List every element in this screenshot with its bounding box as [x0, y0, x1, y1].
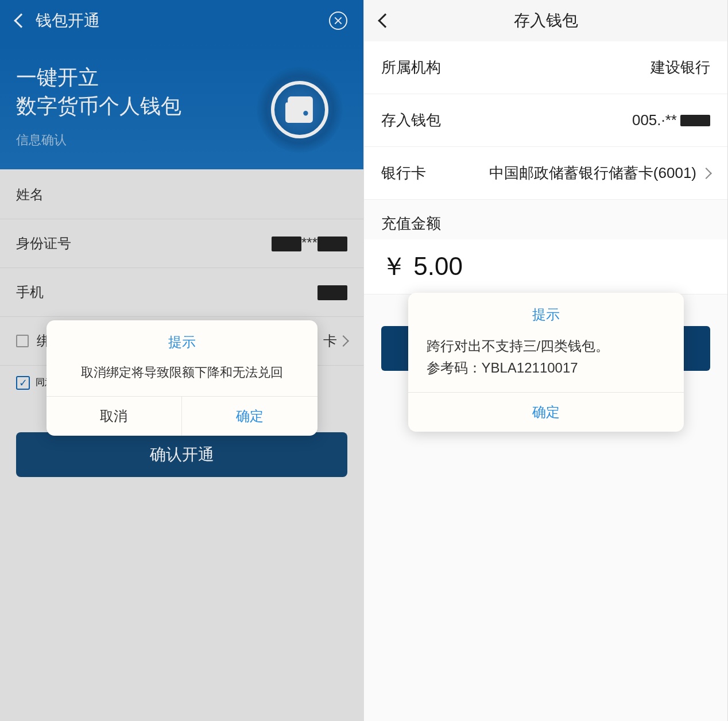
dialog-title: 提示 [408, 293, 684, 332]
dialog-message: 跨行对出不支持三/四类钱包。 参考码：YBLA12110017 [408, 332, 684, 392]
cancel-button[interactable]: 取消 [47, 397, 183, 436]
alert-dialog: 提示 取消绑定将导致限额下降和无法兑回 取消 确定 [47, 320, 317, 436]
amount-label: 充值金额 [364, 200, 727, 239]
org-label: 所属机构 [381, 57, 441, 77]
ok-button[interactable]: 确定 [182, 397, 317, 436]
screen-deposit-wallet: 存入钱包 所属机构 建设银行 存入钱包 005.·** 银行卡 中国邮政储蓄银行… [364, 0, 728, 721]
org-row: 所属机构 建设银行 [364, 41, 727, 94]
chevron-right-icon [700, 168, 712, 179]
org-value: 建设银行 [650, 57, 710, 77]
dialog-line1: 跨行对出不支持三/四类钱包。 [427, 335, 665, 357]
header-bar: 存入钱包 [364, 0, 727, 41]
dialog-line2: 参考码：YBLA12110017 [427, 357, 665, 379]
alert-dialog: 提示 跨行对出不支持三/四类钱包。 参考码：YBLA12110017 确定 [408, 293, 684, 432]
page-title: 存入钱包 [364, 10, 727, 32]
card-value: 中国邮政储蓄银行储蓄卡(6001) [489, 163, 696, 183]
wallet-label: 存入钱包 [381, 110, 441, 130]
reference-code: YBLA12110017 [482, 360, 578, 375]
ok-button[interactable]: 确定 [408, 392, 684, 432]
bank-card-row[interactable]: 银行卡 中国邮政储蓄银行储蓄卡(6001) [364, 147, 727, 200]
wallet-row[interactable]: 存入钱包 005.·** [364, 94, 727, 147]
card-label: 银行卡 [381, 163, 426, 183]
dialog-title: 提示 [47, 320, 317, 359]
screen-wallet-open: 钱包开通 一键开立 数字货币个人钱包 信息确认 姓名 身份证号 *** 手机 [0, 0, 364, 721]
amount-value[interactable]: ￥ 5.00 [364, 239, 727, 294]
dialog-message: 取消绑定将导致限额下降和无法兑回 [47, 359, 317, 396]
wallet-value: 005.·** [632, 111, 710, 129]
